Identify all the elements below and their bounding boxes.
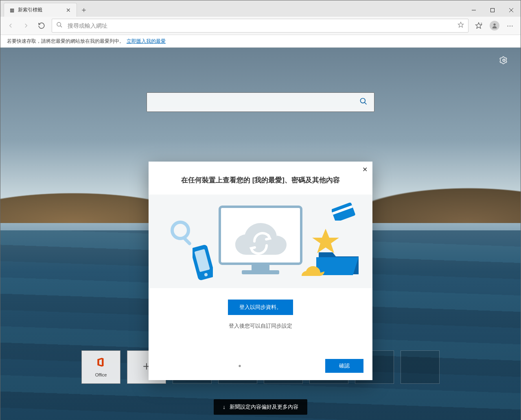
favorites-import-link[interactable]: 立即匯入我的最愛 (127, 38, 166, 45)
search-icon (56, 22, 63, 30)
credit-card-icon (332, 203, 356, 221)
modal-subtext: 登入後您可以自訂同步設定 (149, 322, 372, 352)
svg-marker-7 (476, 23, 482, 28)
modal-footer: • 確認 (149, 352, 372, 380)
sync-signin-modal: ✕ 在任何裝置上查看您的 [我的最愛]、密碼及其他內容 (149, 162, 372, 380)
nav-back-button[interactable] (4, 19, 18, 33)
tab-page-icon: ▦ (9, 7, 15, 13)
svg-point-10 (493, 24, 495, 26)
svg-point-14 (172, 222, 188, 238)
magnifier-icon (168, 219, 197, 247)
settings-menu-button[interactable]: ⋯ (503, 19, 517, 33)
title-bar: ▦ 新索引標籤 ✕ ＋ (0, 0, 521, 17)
new-tab-button[interactable]: ＋ (77, 3, 91, 17)
favorites-import-bar: 若要快速存取，請將您最愛的網站放在我的最愛列中。 立即匯入我的最愛 (0, 35, 521, 48)
svg-rect-1 (491, 9, 495, 12)
svg-line-5 (60, 26, 62, 27)
favorites-list-icon[interactable] (472, 19, 486, 33)
modal-pager-dots: • (158, 361, 325, 371)
nav-refresh-button[interactable] (35, 19, 48, 33)
tab-close-icon[interactable]: ✕ (65, 7, 72, 13)
signin-sync-button[interactable]: 登入以同步資料。 (228, 300, 293, 315)
address-input[interactable] (67, 22, 453, 29)
modal-illustration (149, 195, 372, 288)
window-close-button[interactable] (502, 4, 521, 17)
svg-rect-20 (252, 265, 269, 270)
svg-rect-21 (242, 270, 279, 274)
modal-title: 在任何裝置上查看您的 [我的最愛]、密碼及其他內容 (149, 162, 372, 195)
nav-forward-button[interactable] (19, 19, 33, 33)
window-minimize-button[interactable] (464, 4, 483, 17)
modal-confirm-button[interactable]: 確認 (325, 359, 363, 373)
favorite-star-icon[interactable] (458, 22, 464, 30)
tab-strip: ▦ 新索引標籤 ✕ ＋ (0, 0, 91, 17)
tab-newtab[interactable]: ▦ 新索引標籤 ✕ (4, 3, 77, 17)
svg-rect-15 (182, 236, 192, 246)
profile-avatar-icon[interactable] (490, 21, 499, 31)
toolbar: ⋯ (0, 17, 521, 35)
svg-marker-6 (458, 22, 463, 27)
address-bar[interactable] (52, 19, 468, 33)
small-cloud-icon (299, 261, 328, 278)
window-maximize-button[interactable] (483, 4, 502, 17)
new-tab-page: Office ＋ ↓ 新聞設定內容偏好及更多內容 ✕ 在任何裝置上查看您的 [我… (0, 48, 521, 420)
modal-cta-area: 登入以同步資料。 (149, 288, 372, 322)
monitor-sync-icon (216, 203, 305, 280)
tab-title: 新索引標籤 (18, 7, 62, 13)
svg-point-4 (57, 22, 61, 26)
favorites-import-text: 若要快速存取，請將您最愛的網站放在我的最愛列中。 (7, 38, 124, 45)
window-controls (464, 4, 521, 17)
modal-close-icon[interactable]: ✕ (362, 166, 368, 173)
phone-icon (193, 244, 213, 281)
browser-window: ▦ 新索引標籤 ✕ ＋ (0, 0, 521, 420)
